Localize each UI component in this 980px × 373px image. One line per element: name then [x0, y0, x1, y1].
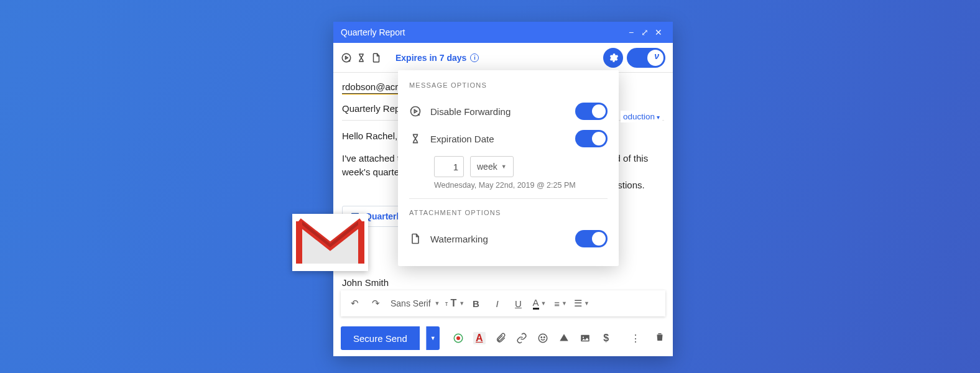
text-format-icon[interactable]: A — [473, 332, 486, 344]
bottom-bar: Secure Send ▼ A $ ⋮ — [333, 320, 673, 356]
minimize-button[interactable]: − — [624, 27, 638, 37]
hourglass-icon — [356, 52, 367, 63]
bold-button[interactable]: B — [466, 293, 486, 313]
expiration-datetime: Wednesday, May 22nd, 2019 @ 2:25 PM — [434, 181, 608, 190]
watermarking-toggle[interactable] — [575, 230, 608, 247]
message-options-header: MESSAGE OPTIONS — [409, 81, 608, 89]
send-dropdown[interactable]: ▼ — [426, 326, 440, 350]
message-options-popover: MESSAGE OPTIONS Disable Forwarding Expir… — [398, 70, 619, 266]
secure-toggle[interactable]: ν — [627, 48, 665, 68]
disable-forward-icon — [341, 52, 352, 63]
svg-point-11 — [583, 336, 584, 338]
watermark-icon — [371, 52, 382, 63]
virtru-icon[interactable] — [452, 332, 465, 344]
secure-send-button[interactable]: Secure Send — [341, 326, 420, 350]
list-button[interactable]: ☰▼ — [572, 293, 592, 313]
recipient-field[interactable]: rdobson@acr — [342, 79, 398, 94]
gear-icon — [608, 52, 619, 63]
info-icon[interactable]: i — [470, 53, 479, 62]
attach-icon[interactable] — [494, 332, 507, 344]
expiration-row: Expiration Date — [409, 125, 608, 152]
watermarking-row: Watermarking — [409, 225, 608, 252]
window-title: Quarterly Report — [341, 27, 405, 37]
secure-toolbar: Expires in 7 days i ν — [333, 43, 673, 73]
expand-button[interactable]: ⤢ — [638, 27, 652, 37]
format-toolbar: ↶ ↷ Sans Serif▼ тT▼ B I U A▼ ≡▼ ☰▼ — [341, 290, 665, 316]
disable-forwarding-row: Disable Forwarding — [409, 98, 608, 125]
font-family-select[interactable]: Sans Serif▼ — [387, 293, 444, 313]
undo-button[interactable]: ↶ — [344, 293, 364, 313]
expires-label[interactable]: Expires in 7 days i — [395, 53, 479, 63]
link-icon[interactable] — [515, 332, 528, 344]
image-icon[interactable] — [579, 332, 591, 344]
expiration-inputs: week▼ — [434, 156, 608, 177]
gmail-logo — [292, 214, 368, 271]
underline-button[interactable]: U — [509, 293, 529, 313]
watermark-icon — [409, 233, 422, 245]
expiration-value-input[interactable] — [434, 156, 464, 177]
expiration-toggle[interactable] — [575, 130, 608, 147]
expiration-unit-select[interactable]: week▼ — [470, 156, 514, 177]
disable-forwarding-toggle[interactable] — [575, 103, 608, 120]
svg-point-8 — [541, 337, 542, 338]
attachment-options-header: ATTACHMENT OPTIONS — [409, 209, 608, 216]
close-button[interactable]: ✕ — [652, 27, 665, 37]
font-size-button[interactable]: тT▼ — [445, 293, 465, 313]
signature: John Smith — [342, 277, 389, 288]
svg-rect-17 — [358, 221, 364, 264]
more-options-icon[interactable]: ⋮ — [631, 333, 640, 344]
svg-rect-16 — [296, 221, 302, 264]
svg-point-6 — [456, 336, 460, 340]
svg-point-7 — [539, 334, 547, 343]
introduction-chip[interactable]: oduction — [621, 111, 662, 122]
redo-button[interactable]: ↷ — [366, 293, 386, 313]
titlebar: Quarterly Report − ⤢ ✕ — [333, 22, 673, 43]
italic-button[interactable]: I — [488, 293, 507, 313]
money-icon[interactable]: $ — [600, 332, 612, 344]
hourglass-icon — [409, 132, 422, 145]
trash-icon[interactable] — [654, 331, 665, 345]
text-color-button[interactable]: A▼ — [530, 293, 550, 313]
drive-icon[interactable] — [558, 332, 570, 344]
svg-point-9 — [543, 337, 545, 338]
emoji-icon[interactable] — [537, 332, 549, 344]
align-button[interactable]: ≡▼ — [551, 293, 571, 313]
disable-forward-icon — [409, 105, 422, 117]
settings-button[interactable] — [603, 48, 623, 68]
